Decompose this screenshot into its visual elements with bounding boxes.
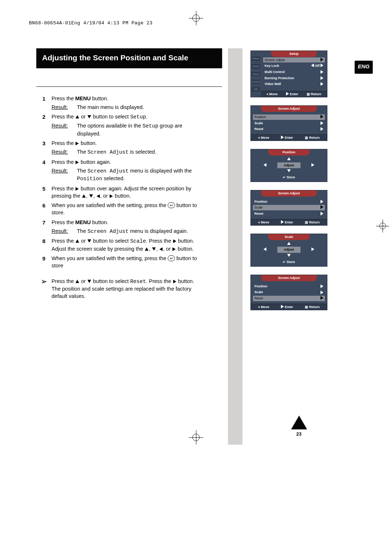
osd-title: Screen Adjust — [261, 106, 317, 112]
osd-title: Screen Adjust — [261, 190, 317, 197]
osd-tab: Function — [252, 80, 260, 84]
page-number: 23 — [226, 431, 372, 437]
note-icon: ➢ — [36, 278, 52, 300]
right-icon — [320, 64, 323, 67]
osd-column: ENG Picture Sound Setup Function PIP Set… — [222, 48, 372, 445]
osd-item: Video Wall — [261, 81, 327, 87]
osd-title: Position — [268, 149, 310, 155]
right-icon — [320, 200, 323, 203]
osd-scale: Scale Adjust ↵ Store — [250, 234, 327, 267]
page: BN68-00654A-01Eng 4/19/04 4:13 PM Page 2… — [0, 0, 392, 452]
left-icon — [311, 64, 314, 67]
osd-store: ↵ Store — [251, 260, 327, 264]
osd-item: Reset — [251, 126, 327, 132]
right-icon — [320, 82, 323, 86]
osd-item: Position — [251, 199, 327, 205]
crop-mark-side — [376, 219, 389, 232]
instruction-column: Adjusting the Screen Position and Scale … — [36, 48, 222, 445]
right-icon — [320, 121, 323, 125]
step-7: 7 Press the MENU button. Result:The Scre… — [36, 219, 203, 235]
osd-item-selected: Position — [253, 114, 325, 120]
step-num: 4 — [36, 158, 52, 183]
osd-title: Screen Adjust — [261, 275, 317, 281]
right-icon — [311, 163, 314, 167]
lang-badge: ENG — [354, 60, 373, 74]
step-2: 2 Press the or button to select Setup. R… — [36, 113, 203, 137]
left-icon — [264, 163, 266, 167]
right-icon — [320, 212, 323, 215]
step-num: 8 — [36, 237, 52, 252]
right-icon — [281, 305, 284, 308]
right-icon — [320, 296, 323, 300]
right-icon — [320, 70, 323, 74]
step-num: 6 — [36, 202, 52, 217]
down-icon — [87, 239, 91, 243]
right-icon — [320, 291, 323, 294]
up-icon — [75, 280, 79, 283]
osd-store: ↵ Store — [251, 175, 327, 180]
osd-setup: Picture Sound Setup Function PIP Setup S… — [250, 50, 327, 97]
osd-screen-adjust-1: Screen Adjust Position Scale Reset ♦ Mov… — [250, 105, 327, 141]
right-icon — [311, 247, 314, 251]
osd-adjust-label: Adjust — [277, 247, 301, 253]
right-icon — [75, 161, 79, 164]
down-icon — [87, 280, 91, 283]
up-icon — [82, 194, 86, 198]
osd-item: Key Lock Off — [261, 63, 327, 69]
up-icon — [145, 247, 148, 251]
osd-tab: PIP — [252, 87, 260, 92]
right-icon — [281, 220, 284, 224]
up-icon — [75, 115, 79, 118]
osd-title: Scale — [268, 234, 310, 240]
step-5: 5 Press the button over again. Adjust th… — [36, 185, 203, 200]
rule — [36, 86, 222, 87]
osd-footer: ♦ Move Enter▥ Return — [251, 304, 327, 310]
left-icon — [264, 247, 266, 251]
step-1: 1 Press the MENU button. Result:The main… — [36, 95, 203, 111]
right-icon — [172, 247, 176, 251]
osd-tab: Picture — [252, 56, 260, 61]
osd-item: Multi Control — [261, 69, 327, 75]
osd-item-selected: Screen Adjust — [263, 57, 325, 63]
right-icon — [320, 127, 323, 131]
down-icon — [87, 115, 91, 118]
osd-adjust-label: Adjust — [277, 162, 301, 169]
right-icon — [75, 142, 79, 145]
right-icon — [110, 194, 113, 198]
gray-stripe — [228, 48, 242, 445]
right-icon — [75, 187, 79, 191]
right-icon — [286, 92, 289, 96]
osd-item-selected: Reset — [253, 296, 325, 301]
step-num: 3 — [36, 139, 52, 156]
right-icon — [320, 205, 323, 209]
osd-item: Position — [251, 283, 327, 290]
osd-title: Setup — [271, 51, 317, 57]
osd-tab: Setup — [252, 72, 260, 76]
osd-footer: ♦ Move Enter▥ Return — [251, 219, 327, 226]
step-num: 7 — [36, 219, 52, 235]
crop-mark-top — [189, 11, 203, 25]
left-icon — [159, 247, 163, 251]
down-icon — [152, 247, 156, 251]
right-icon — [173, 280, 176, 283]
osd-tab: Sound — [252, 64, 260, 68]
right-icon — [320, 284, 323, 288]
page-triangle-icon — [291, 416, 307, 429]
up-icon — [287, 157, 291, 160]
osd-item: Scale — [251, 120, 327, 126]
right-icon — [173, 239, 176, 243]
right-icon — [320, 115, 323, 118]
step-num: 5 — [36, 185, 52, 200]
osd-footer: ♦ Move Enter▥ Return — [261, 91, 327, 97]
step-6: 6 When you are satisfied with the settin… — [36, 202, 203, 217]
down-icon — [287, 169, 291, 172]
enter-icon: ↵ — [168, 255, 175, 261]
osd-item: Scale — [251, 289, 327, 295]
note: ➢ Press the or button to select Reset. P… — [36, 278, 203, 300]
down-icon — [287, 254, 291, 257]
right-icon — [320, 76, 323, 80]
crop-mark-bottom — [189, 430, 203, 445]
left-icon — [97, 194, 100, 198]
osd-footer: ♦ Move Enter▥ Return — [251, 134, 327, 141]
page-title: Adjusting the Screen Position and Scale — [36, 48, 222, 68]
